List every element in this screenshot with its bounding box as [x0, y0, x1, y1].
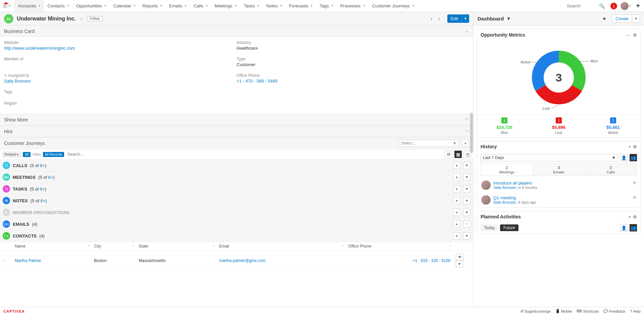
subpanel-contacts[interactable]: CoCONTACTS (4)+▼ — [0, 230, 473, 242]
footer-link-mobile[interactable]: 📱 Mobile — [555, 309, 572, 313]
nav-item-reports[interactable]: Reports▼ — [139, 0, 166, 12]
column-header[interactable]: Name♦ — [12, 242, 91, 251]
subpanel-add-button[interactable]: + — [453, 162, 460, 169]
history-user-link[interactable]: Sally Bronsen — [493, 200, 516, 204]
subpanel-menu-button[interactable]: ▼ — [463, 209, 470, 216]
planned-group-filter-button[interactable]: 👥 — [630, 224, 637, 231]
edit-dropdown-button[interactable]: ▼ — [461, 14, 469, 23]
link-icon[interactable]: ⟳ — [633, 195, 636, 200]
global-search-input[interactable] — [565, 0, 596, 12]
gear-icon[interactable]: ⚙ — [633, 33, 637, 38]
nav-item-opportunities[interactable]: Opportunities▼ — [73, 0, 110, 12]
website-link[interactable]: http://www.underwatermininginc.com — [4, 46, 75, 51]
notifications-button[interactable]: 1 — [608, 0, 620, 12]
nav-item-calendar[interactable]: Calendar▼ — [110, 0, 139, 12]
favorite-icon[interactable]: ☆ — [3, 258, 6, 263]
section-show-more[interactable]: Show More ﹀ — [0, 114, 473, 125]
nav-item-tasks[interactable]: Tasks▼ — [240, 0, 263, 12]
history-item-link[interactable]: Introduce all players — [493, 180, 532, 186]
user-menu-button[interactable]: ▼ — [620, 0, 632, 12]
cj-template-select[interactable]: Select...▼ — [399, 140, 459, 147]
history-user-link[interactable]: Sally Bronsen — [493, 186, 516, 190]
scrollbar-handle[interactable] — [470, 113, 473, 153]
related-search-input[interactable] — [66, 151, 443, 157]
nav-item-meetings[interactable]: Meetings▼ — [211, 0, 241, 12]
preview-button[interactable]: 👁 — [456, 254, 464, 260]
add-icon[interactable]: + — [628, 144, 631, 149]
chevron-up-icon[interactable]: ︿ — [627, 32, 631, 38]
footer-link-help[interactable]: ? Help — [630, 309, 641, 313]
subpanel-tasks[interactable]: TsTASKS (5 of 6+)+▼ — [0, 183, 473, 195]
cj-add-button[interactable]: + — [462, 140, 469, 147]
prev-record-button[interactable]: ‹ — [429, 16, 434, 21]
quick-create-button[interactable]: + — [632, 0, 644, 12]
gear-icon[interactable]: ⚙ — [633, 144, 637, 149]
follow-button[interactable]: Follow — [87, 16, 103, 21]
subpanel-menu-button[interactable]: ▼ — [463, 173, 470, 181]
subpanel-emails[interactable]: EmEMAILS (4)+▼ — [0, 218, 473, 230]
link-icon[interactable]: ⟳ — [633, 180, 636, 185]
chevron-down-icon[interactable]: ▼ — [506, 16, 511, 21]
phone-link[interactable]: +1 - 470 - 569 - 5469 — [237, 78, 278, 84]
app-menu-button[interactable]: ▼ — [0, 0, 15, 12]
column-header[interactable]: Email♦ — [216, 242, 346, 251]
history-user-filter-button[interactable]: 👤 — [620, 154, 628, 161]
section-hint[interactable]: Hint ﹀ — [0, 125, 473, 137]
footer-link-sugarexchange[interactable]: ⇄ SugarExchange — [521, 309, 551, 313]
subpanel-add-button[interactable]: + — [453, 173, 460, 181]
chip-future[interactable]: Future — [500, 224, 518, 231]
nav-item-emails[interactable]: Emails▼ — [166, 0, 190, 12]
subpanel-menu-button[interactable]: ▼ — [463, 185, 470, 193]
chip-today[interactable]: Today — [481, 224, 498, 231]
column-header[interactable]: Office Phone♦ — [346, 242, 453, 251]
related-dropdown[interactable]: Related ▾ — [2, 152, 21, 157]
filter-all-chip[interactable]: All — [23, 152, 31, 157]
history-tab-calls[interactable]: 0Calls — [585, 164, 637, 175]
contact-email-link[interactable]: martha.palmer@gmx.com — [219, 258, 265, 263]
dashboard-favorite-icon[interactable]: ★ — [602, 16, 606, 21]
nav-item-calls[interactable]: Calls▼ — [190, 0, 211, 12]
gear-icon[interactable]: ⚙ — [633, 214, 637, 219]
nav-item-contacts[interactable]: Contacts▼ — [44, 0, 72, 12]
column-header[interactable]: State♦ — [136, 242, 216, 251]
subpanel-calls[interactable]: ClCALLS (5 of 6+)+▼ — [0, 160, 473, 171]
subpanel-add-button[interactable]: + — [453, 185, 460, 193]
history-tab-emails[interactable]: 4Emails — [533, 164, 585, 175]
subpanel-menu-button[interactable]: ▼ — [463, 197, 470, 204]
filter-all-records-chip[interactable]: All Records — [43, 152, 64, 157]
subpanel-add-button[interactable]: + — [453, 197, 460, 204]
nav-item-forecasts[interactable]: Forecasts▼ — [286, 0, 316, 12]
favorite-icon[interactable]: ☆ — [79, 16, 84, 21]
history-range-select[interactable]: Last 7 Days▼ — [481, 154, 618, 161]
subpanel-notes[interactable]: NtNOTES (5 of 6+)+▼ — [0, 195, 473, 207]
history-item-link[interactable]: Q1 meeting — [493, 195, 516, 200]
contact-name-link[interactable]: Martha Palmer — [15, 258, 41, 263]
subpanel-add-button[interactable]: + — [453, 209, 460, 216]
subpanel-member-organizations[interactable]: AcMEMBER ORGANIZATIONS+▼ — [0, 207, 473, 218]
subpanel-add-button[interactable]: + — [453, 220, 460, 228]
pencil-icon[interactable]: ✎ — [4, 74, 7, 77]
add-icon[interactable]: + — [628, 214, 631, 219]
history-group-filter-button[interactable]: 👥 — [630, 154, 637, 161]
next-record-button[interactable]: › — [437, 16, 441, 21]
subpanel-add-button[interactable]: + — [453, 232, 460, 240]
grid-view-button[interactable]: ▦ — [454, 151, 462, 158]
create-dropdown-button[interactable]: ▼ — [632, 14, 640, 23]
subpanel-menu-button[interactable]: ▼ — [463, 232, 470, 240]
refresh-button[interactable]: ⟳ — [445, 151, 452, 158]
nav-item-tags[interactable]: Tags▼ — [316, 0, 337, 12]
search-icon[interactable]: 🔍 — [596, 0, 608, 12]
subpanel-meetings[interactable]: MeMEETINGS (5 of 6+)+▼ — [0, 171, 473, 183]
contact-phone-link[interactable]: +1 - 616 - 328 - 6100 — [413, 258, 450, 263]
footer-link-feedback[interactable]: 💬 Feedback — [603, 309, 625, 313]
history-tab-meetings[interactable]: 2Meetings — [481, 164, 533, 175]
row-menu-button[interactable]: ▼ — [456, 260, 463, 268]
section-business-card[interactable]: Business Card ︿ — [0, 25, 473, 37]
create-button[interactable]: Create — [612, 14, 632, 23]
edit-button[interactable]: Edit — [447, 14, 461, 23]
nav-item-customer-journeys[interactable]: Customer Journeys▼ — [369, 0, 418, 12]
planned-user-filter-button[interactable]: 👤 — [620, 224, 628, 231]
assigned-to-link[interactable]: Sally Bronsen — [4, 78, 31, 84]
footer-link-shortcuts[interactable]: ⌨ Shortcuts — [577, 309, 598, 313]
nav-item-processes[interactable]: Processes▼ — [337, 0, 369, 12]
